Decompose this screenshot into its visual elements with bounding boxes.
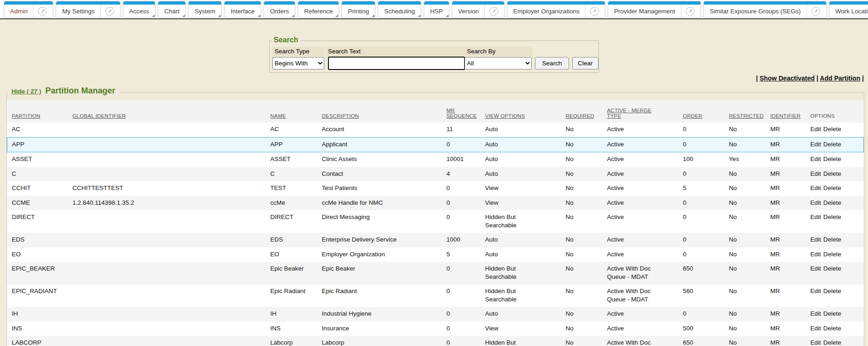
column-header-required[interactable]: REQUIRED	[561, 100, 603, 122]
tab-reference[interactable]: Reference	[298, 1, 339, 18]
edit-link[interactable]: Edit	[811, 213, 821, 220]
table-row-epic-radiant[interactable]: EPIC_RADIANTEpic RadiantEpic Radiant0Hid…	[7, 284, 864, 307]
tab-admin[interactable]: Admin↗	[4, 1, 53, 18]
search-button[interactable]: Search	[535, 57, 569, 69]
table-row-eo[interactable]: EOEOEmployer Organization5AutoNoActive0N…	[7, 248, 864, 262]
cell-description: Account	[317, 122, 442, 137]
tab-provider-management[interactable]: Provider Management↗	[608, 1, 701, 18]
cell-options: EditDelete	[806, 196, 864, 211]
cell-global-identifier	[68, 210, 266, 233]
partition-manager-legend: Hide ( 27 ) Partition Manager	[8, 86, 119, 96]
column-header-identifier[interactable]: IDENTIFIER	[766, 100, 806, 122]
column-header-restricted[interactable]: RESTRICTED	[724, 100, 766, 122]
external-link-icon[interactable]: ↗	[105, 7, 114, 16]
external-link-icon[interactable]: ↗	[811, 7, 820, 16]
edit-link[interactable]: Edit	[811, 251, 821, 258]
edit-link[interactable]: Edit	[811, 288, 821, 294]
tab-employer-organizations[interactable]: Employer Organizations↗	[507, 1, 605, 18]
table-row-ac[interactable]: ACACAccount11AutoNoActive0NoMREditDelete	[7, 122, 864, 137]
table-row-app[interactable]: APPAPPApplicant0AutoNoActive0NoMREditDel…	[7, 137, 864, 152]
tab-accent-bar	[378, 1, 421, 5]
show-deactivated-link[interactable]: Show Deactivated	[759, 75, 815, 82]
delete-link[interactable]: Delete	[823, 236, 841, 243]
table-row-eds[interactable]: EDSEDSEnterprise Delivery Service1000Aut…	[7, 233, 864, 248]
external-link-icon[interactable]: ↗	[686, 7, 695, 16]
tab-access[interactable]: Access	[123, 1, 156, 18]
tab-hsp[interactable]: HSP	[424, 1, 449, 18]
table-row-asset[interactable]: ASSETASSETClinic Assets10001AutoNoActive…	[7, 152, 864, 167]
search-type-select[interactable]: Begins With	[272, 57, 324, 69]
external-link-icon[interactable]: ↗	[590, 7, 599, 16]
cell-view-options: View	[481, 181, 561, 196]
table-row-labcorp[interactable]: LABCORPLabcorpLabcorp0Hidden But Searcha…	[7, 336, 864, 346]
table-row-cchit[interactable]: CCHITCCHITTESTTESTTESTTest Patients0View…	[7, 181, 864, 196]
table-row-c[interactable]: CCContact4AutoNoActive0NoMREditDelete	[7, 167, 864, 182]
column-header-partition[interactable]: PARTITION	[7, 100, 68, 122]
edit-link[interactable]: Edit	[811, 236, 821, 243]
edit-link[interactable]: Edit	[811, 170, 821, 177]
cell-name: DIRECT	[266, 210, 317, 233]
tab-accent-bar	[158, 1, 185, 5]
tab-similar-exposure-groups-segs[interactable]: Similar Exposure Groups (SEGs)↗	[703, 1, 827, 18]
tab-my-settings[interactable]: My Settings↗	[56, 1, 121, 18]
edit-link[interactable]: Edit	[811, 339, 821, 346]
external-link-icon[interactable]: ↗	[489, 7, 498, 16]
tab-scheduling[interactable]: Scheduling	[378, 1, 421, 18]
delete-link[interactable]: Delete	[823, 126, 841, 133]
column-header-view-options[interactable]: VIEW OPTIONS	[481, 100, 561, 122]
edit-link[interactable]: Edit	[811, 199, 821, 206]
delete-link[interactable]: Delete	[823, 156, 841, 162]
search-by-select[interactable]: All	[465, 57, 532, 69]
edit-link[interactable]: Edit	[811, 265, 821, 272]
hide-count-link[interactable]: Hide ( 27 )	[11, 88, 41, 95]
delete-link[interactable]: Delete	[823, 325, 841, 332]
add-partition-link[interactable]: Add Partition	[820, 75, 860, 82]
delete-link[interactable]: Delete	[823, 170, 841, 177]
edit-link[interactable]: Edit	[811, 185, 821, 191]
column-header-active-merge-type[interactable]: ACTIVE - MERGE TYPE	[603, 100, 678, 122]
column-header-order[interactable]: ORDER	[678, 100, 724, 122]
cell-identifier: MR	[766, 122, 806, 137]
tab-work-locations[interactable]: Work Locations↗	[829, 1, 868, 18]
menu-corner-icon	[418, 14, 420, 17]
delete-link[interactable]: Delete	[823, 199, 841, 206]
column-header-global-identifier[interactable]: GLOBAL IDENTIFIER	[68, 100, 266, 122]
column-header-name[interactable]: NAME	[266, 100, 317, 122]
table-row-direct[interactable]: DIRECTDIRECTDirect Messaging0Hidden But …	[7, 210, 864, 233]
delete-link[interactable]: Delete	[823, 339, 841, 346]
tab-interface[interactable]: Interface	[224, 1, 261, 18]
table-row-epic-beaker[interactable]: EPIC_BEAKEREpic BeakerEpic Beaker0Hidden…	[7, 262, 864, 284]
edit-link[interactable]: Edit	[811, 126, 821, 133]
tab-label: Admin	[10, 8, 28, 15]
cell-options: EditDelete	[806, 210, 864, 233]
cell-order: 0	[678, 307, 724, 322]
cell-restricted: No	[724, 248, 766, 262]
table-row-ccme[interactable]: CCME1.2.840.114398.1.35.2ccMeccMe Handle…	[7, 196, 864, 211]
column-header-mr-sequence[interactable]: MR SEQUENCE	[442, 100, 481, 122]
delete-link[interactable]: Delete	[823, 185, 841, 191]
external-link-icon[interactable]: ↗	[38, 7, 47, 16]
delete-link[interactable]: Delete	[823, 141, 841, 148]
tab-printing[interactable]: Printing	[341, 1, 375, 18]
tab-orders[interactable]: Orders	[264, 1, 295, 18]
delete-link[interactable]: Delete	[823, 310, 841, 317]
cell-options: EditDelete	[806, 307, 864, 322]
column-header-description[interactable]: DESCRIPTION	[317, 100, 442, 122]
cell-global-identifier	[68, 137, 266, 152]
table-row-ih[interactable]: IHIHIndustrial Hygiene0AutoNoActive0NoMR…	[7, 307, 864, 322]
tab-version[interactable]: Version↗	[452, 1, 505, 18]
delete-link[interactable]: Delete	[823, 265, 841, 272]
edit-link[interactable]: Edit	[811, 141, 821, 148]
edit-link[interactable]: Edit	[811, 325, 821, 332]
delete-link[interactable]: Delete	[823, 213, 841, 220]
delete-link[interactable]: Delete	[823, 251, 841, 258]
tab-chart[interactable]: Chart	[158, 1, 186, 18]
delete-link[interactable]: Delete	[823, 288, 841, 294]
cell-options: EditDelete	[806, 322, 864, 336]
clear-button[interactable]: Clear	[572, 57, 598, 69]
search-text-input[interactable]	[328, 57, 465, 70]
table-row-ins[interactable]: INSINSInsurance0ViewNoActive500NoMREditD…	[7, 322, 864, 336]
edit-link[interactable]: Edit	[811, 156, 821, 162]
tab-system[interactable]: System	[188, 1, 222, 18]
edit-link[interactable]: Edit	[811, 310, 821, 317]
